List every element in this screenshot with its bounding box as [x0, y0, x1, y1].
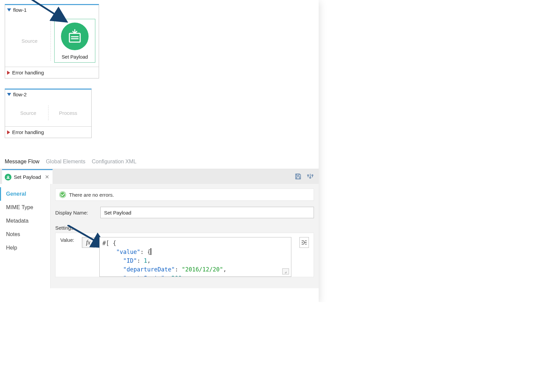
settings-heading: Settings [55, 225, 314, 231]
validation-status-text: There are no errors. [69, 192, 114, 198]
checkmark-icon [60, 192, 66, 198]
slot-divider [51, 21, 51, 61]
tab-message-flow[interactable]: Message Flow [5, 159, 39, 165]
close-icon[interactable]: ✕ [45, 174, 49, 180]
display-name-input[interactable] [100, 207, 314, 218]
validation-status: There are no errors. [55, 189, 314, 201]
svg-rect-1 [69, 33, 80, 42]
expression-mode-button[interactable] [299, 237, 309, 248]
flow-header-1[interactable]: flow-1 [5, 5, 99, 15]
flow-name-2: flow-2 [13, 92, 27, 97]
canvas-tabs: Message Flow Global Elements Configurati… [0, 157, 319, 169]
save-icon[interactable] [294, 173, 302, 180]
flow-box-2[interactable]: flow-2 Source Process Error handling [5, 89, 92, 138]
value-expression-input[interactable]: #[ { "value": { "ID": 1, "departureDate"… [99, 237, 291, 277]
set-payload-icon [61, 23, 89, 50]
chevron-down-icon[interactable] [7, 8, 11, 11]
side-tab-notes[interactable]: Notes [0, 228, 50, 241]
error-label-1: Error handling [12, 70, 44, 75]
properties-toolbar [294, 173, 319, 180]
properties-tab-set-payload[interactable]: Set Payload ✕ [2, 169, 53, 184]
flow-body-2[interactable]: Source Process [5, 99, 91, 126]
side-tab-help[interactable]: Help [0, 241, 50, 255]
settings-box: Value: fx #[ { "value": { "ID": 1, "depa… [55, 233, 314, 277]
side-tab-mime[interactable]: MIME Type [0, 201, 50, 214]
properties-body: General MIME Type Metadata Notes Help Th… [0, 184, 319, 288]
flow-name-1: flow-1 [13, 7, 27, 13]
tab-configuration-xml[interactable]: Configuration XML [92, 159, 137, 165]
fx-button[interactable]: fx [82, 237, 95, 248]
side-tab-metadata[interactable]: Metadata [0, 214, 50, 228]
chevron-down-icon[interactable] [7, 93, 11, 96]
display-name-label: Display Name: [55, 210, 96, 216]
process-slot-2[interactable]: Process [49, 110, 88, 116]
properties-tab-title: Set Payload [14, 174, 41, 180]
settings-icon[interactable] [307, 173, 314, 180]
value-row: Value: fx #[ { "value": { "ID": 1, "depa… [60, 237, 309, 277]
properties-side-tabs: General MIME Type Metadata Notes Help [0, 184, 51, 288]
side-tab-general[interactable]: General [0, 187, 50, 201]
chevron-right-icon[interactable] [7, 130, 10, 134]
component-label: Set Payload [62, 54, 88, 60]
flow-box-1[interactable]: flow-1 Source [5, 4, 99, 78]
chevron-right-icon[interactable] [7, 71, 10, 75]
svg-rect-6 [296, 177, 299, 179]
error-section-1[interactable]: Error handling [5, 67, 99, 78]
tab-global-elements[interactable]: Global Elements [46, 159, 85, 165]
flow-body-1[interactable]: Source Se [5, 15, 99, 67]
properties-panel: Set Payload ✕ General MIME Type Metadata… [0, 169, 319, 288]
error-label-2: Error handling [12, 129, 44, 135]
app-window: flow-1 Source [0, 0, 319, 302]
error-section-2[interactable]: Error handling [5, 126, 91, 138]
display-name-row: Display Name: [55, 207, 314, 218]
flow-header-2[interactable]: flow-2 [5, 90, 91, 99]
scroll-corner-icon[interactable]: ⌟ [282, 268, 289, 274]
source-slot[interactable]: Source [8, 38, 51, 44]
properties-form: There are no errors. Display Name: Setti… [51, 184, 319, 288]
value-label: Value: [60, 237, 77, 243]
flow-canvas[interactable]: flow-1 Source [0, 0, 319, 157]
source-slot-2[interactable]: Source [8, 110, 48, 116]
properties-tabstrip: Set Payload ✕ [0, 169, 319, 184]
download-icon [5, 174, 11, 181]
set-payload-component[interactable]: Set Payload [54, 19, 95, 63]
svg-rect-5 [296, 174, 299, 176]
